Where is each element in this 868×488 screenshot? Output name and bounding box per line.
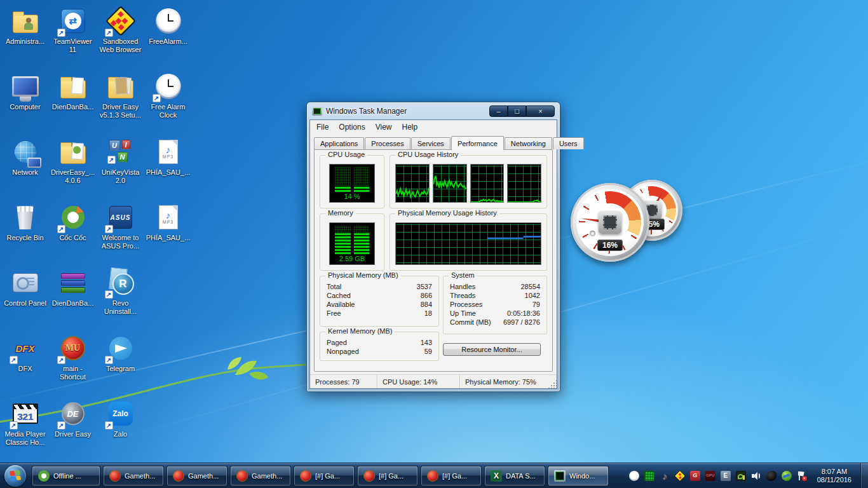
tray-action-center-icon[interactable]: × [797, 471, 807, 481]
desktop-icon-computer[interactable]: Computer [1, 68, 49, 133]
menu-help[interactable]: Help [397, 121, 423, 133]
cpu-meter-gadget[interactable]: 16% [571, 183, 649, 262]
folder-icon [106, 72, 135, 101]
mu-icon [427, 470, 438, 482]
menu-view[interactable]: View [370, 121, 397, 133]
cpu-usage-readout: 14 % [335, 192, 369, 201]
mu-icon [363, 470, 375, 482]
resize-grip[interactable] [548, 379, 557, 388]
desktop-icon-telegram[interactable]: ↗ Telegram [97, 330, 144, 395]
tray-bird-icon[interactable] [766, 471, 776, 481]
shortcut-arrow-icon: ↗ [153, 94, 161, 102]
taskbar-button-game3[interactable]: Gameth... [230, 466, 291, 486]
desktop-icon-administrator[interactable]: Administra... [1, 3, 49, 68]
shortcut-arrow-icon: ↗ [105, 356, 113, 364]
tab-services[interactable]: Services [411, 137, 451, 149]
zalo-icon: Zalo↗ [106, 399, 135, 428]
tray-clock[interactable]: 8:07 AM 08/11/2016 [812, 468, 857, 484]
desktop: Administra... Computer Network Recycle B… [0, 0, 868, 488]
menu-file[interactable]: File [311, 121, 334, 133]
desktop-icon-free-alarm-clock[interactable]: ↗ Free Alarm Clock [144, 68, 192, 133]
minimize-button[interactable]: – [489, 105, 508, 117]
status-processes: Processes: 79 [310, 375, 377, 388]
alarm-clock-icon [154, 6, 183, 36]
tray-gpu-icon[interactable]: GPU [705, 471, 715, 481]
desktop-icon-asus-welcome[interactable]: ASUS↗ Welcome to ASUS Pro... [97, 199, 144, 264]
memory-history-graph [395, 222, 541, 265]
cpu-usage-value: 16% [597, 240, 623, 251]
coccoc-icon: ↗ [58, 203, 88, 232]
physical-memory-group: Physical Memory (MB) Total3537 Cached866… [320, 276, 439, 327]
tab-processes[interactable]: Processes [365, 137, 410, 149]
tray-gii-icon[interactable]: G [690, 471, 700, 481]
taskbar-button-game4[interactable]: [#] Ga... [294, 466, 355, 486]
close-button[interactable]: × [526, 105, 555, 117]
cpu-usage-group: CPU Usage 14 % [320, 155, 384, 208]
desktop-icon-phia-sau-mp3-2[interactable]: ♪MP3 PHÍA_SAU_... [144, 199, 192, 264]
desktop-icon-driver-easy[interactable]: DE↗ Driver Easy [49, 395, 97, 461]
system-group: System Handles28554 Threads1042 Processe… [443, 276, 547, 334]
tab-users[interactable]: Users [553, 137, 584, 149]
tray-idm-icon[interactable] [782, 471, 792, 481]
user-folder-icon [11, 6, 40, 36]
desktop-icon-network[interactable]: Network [1, 133, 49, 199]
tray-e-icon[interactable]: E [721, 471, 731, 481]
memory-group: Memory 2.59 GB [320, 214, 384, 271]
tray-nvidia-icon[interactable] [736, 471, 746, 481]
show-desktop-button[interactable] [860, 463, 868, 488]
taskbar-button-coccoc[interactable]: Offline ... [32, 466, 100, 486]
shortcut-arrow-icon: ↗ [107, 156, 116, 164]
taskbar-button-excel[interactable]: XDATA S... [484, 466, 545, 486]
desktop-icon-media-player-classic[interactable]: 321↗ Media Player Classic Ho... [1, 395, 49, 461]
desktop-icon-teamviewer[interactable]: ⇄↗ TeamViewer 11 [49, 3, 97, 68]
desktop-icon-drivereasy-folder[interactable]: DriverEasy_... 4.0.6 [49, 133, 97, 199]
tray-cpu-meter-icon[interactable] [644, 471, 654, 481]
tray-sandboxie-icon[interactable] [674, 470, 686, 481]
status-bar: Processes: 79 CPU Usage: 14% Physical Me… [310, 374, 557, 388]
recycle-bin-icon [11, 203, 40, 232]
stat-row: Threads1042 [444, 291, 546, 300]
desktop-icon-unikey[interactable]: U I N ↗ UniKeyVista 2.0 [97, 133, 144, 199]
desktop-icon-phia-sau-mp3[interactable]: ♪MP3 PHÍA_SAU_... [144, 133, 192, 199]
control-panel-icon [11, 268, 40, 297]
tray-alarm-clock-icon[interactable] [629, 471, 639, 481]
status-cpu: CPU Usage: 14% [377, 375, 460, 388]
desktop-icon-coccoc[interactable]: ↗ Cốc Cốc [49, 199, 97, 264]
desktop-icon-driver-easy-setup[interactable]: Driver Easy v5.1.3 Setu... [97, 68, 144, 133]
tray-volume-icon[interactable] [751, 471, 761, 481]
shortcut-arrow-icon: ↗ [105, 29, 113, 37]
start-button[interactable] [0, 463, 31, 488]
excel-icon: X [491, 470, 502, 482]
taskbar-button-game2[interactable]: Gameth... [166, 466, 227, 486]
resource-monitor-button[interactable]: Resource Monitor... [443, 343, 541, 356]
desktop-icon-mu-main-shortcut[interactable]: MU↗ main - Shortcut [49, 330, 97, 395]
taskbar-button-task-manager[interactable]: Windo... [548, 466, 609, 486]
desktop-icon-control-panel[interactable]: Control Panel [1, 264, 49, 330]
folder-icon [58, 137, 88, 166]
desktop-icon-diendanba-folder[interactable]: DienDanBa... [49, 68, 97, 133]
desktop-icon-revo[interactable]: R↗ Revo Uninstall... [97, 264, 144, 330]
clock-date: 08/11/2016 [817, 476, 851, 484]
tab-strip: Applications Processes Services Performa… [310, 133, 557, 149]
windows-orb-icon [4, 465, 26, 487]
tray-music-note-icon[interactable]: ♪ [660, 471, 670, 481]
desktop-icon-diendanba-rar[interactable]: DienDanBa... [49, 264, 97, 330]
taskbar-button-game1[interactable]: Gameth... [103, 466, 164, 486]
cpu-core3-graph [470, 164, 505, 203]
tab-performance[interactable]: Performance [451, 136, 504, 149]
tab-applications[interactable]: Applications [314, 137, 364, 149]
shortcut-arrow-icon: ↗ [105, 225, 113, 233]
tab-networking[interactable]: Networking [505, 137, 552, 149]
desktop-icon-freealarm-setup[interactable]: FreeAlarm... [144, 3, 192, 68]
taskbar-button-game5[interactable]: [#] Ga... [357, 466, 418, 486]
taskbar-button-game6[interactable]: [#] Ga... [421, 466, 482, 486]
menu-options[interactable]: Options [334, 121, 370, 133]
memory-readout: 2.59 GB [335, 254, 369, 263]
desktop-icon-dfx[interactable]: DFX↗ DFX [1, 330, 49, 395]
maximize-button[interactable]: □ [508, 105, 526, 117]
desktop-icon-zalo[interactable]: Zalo↗ Zalo [97, 395, 144, 461]
desktop-icon-recycle-bin[interactable]: Recycle Bin [1, 199, 49, 264]
title-bar[interactable]: Windows Task Manager – □ × [307, 102, 560, 119]
alarm-clock-icon: ↗ [154, 72, 183, 101]
desktop-icon-sandboxed-browser[interactable]: ↗ Sandboxed Web Browser [97, 3, 144, 68]
